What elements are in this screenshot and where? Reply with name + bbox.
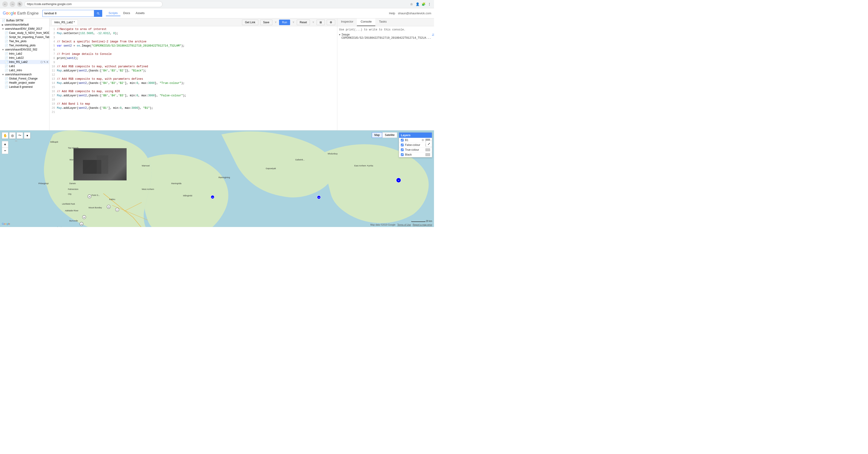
tab-scripts[interactable]: Scripts [106,10,121,16]
reload-button[interactable]: ↻ [17,1,23,7]
console-text: Image COPERNICUS/S2/20180422T012719_2018… [341,33,431,40]
menu-icon[interactable]: ⋮ [427,2,432,6]
layer-checkbox-b1[interactable] [401,139,404,142]
code-line-20: 20 Map.addLayer(sent2,{bands:['B1'], min… [50,106,337,110]
map-expand-button[interactable]: ⤢ [426,141,432,147]
svg-text:21: 21 [116,209,118,211]
save-button[interactable]: Save [260,20,272,25]
settings-button[interactable]: ⚙ [327,20,335,25]
layer-checkbox-false-colour[interactable] [401,144,404,146]
search-icon [96,12,100,15]
code-line-16: 16 // Add RGB composite to map, using NI… [50,89,337,93]
caret-icon: ▼ [2,48,4,51]
tree-item-lab1-intro[interactable]: 📄 Lab1_intro [0,68,49,73]
map-attribution: Map data ©2019 Google Terms of Use Repor… [370,224,432,226]
browser-chrome: ← → ↻ ☆ 👤 🧩 ⋮ [0,0,434,8]
layer-checkbox-true-colour[interactable] [401,148,404,151]
tree-item-lab1[interactable]: 📄 Lab1 [0,64,49,68]
reset-button[interactable]: Reset [297,20,310,25]
code-line-11: 11 Map.addLayer(sent2,{bands:['B4','B3',… [50,69,337,73]
file-icon: 📄 [5,44,8,47]
svg-text:24: 24 [318,197,320,199]
tree-folder-env202[interactable]: ▼ users/shaun/ENV202_502 [0,48,49,52]
file-icon: 📄 [5,56,8,59]
code-line-12: 12 [50,73,337,77]
tab-console[interactable]: Console [357,19,375,26]
svg-text:East Arnhem ✕yrrka: East Arnhem ✕yrrka [354,165,373,167]
code-area[interactable]: 1 //Navigate to area of interest 2 Map.s… [50,26,337,130]
grid-button[interactable]: ⊞ [317,20,325,25]
attribution-text: Map data ©2019 Google [370,224,395,226]
get-link-button[interactable]: Get Link [242,20,258,25]
tab-tasks[interactable]: Tasks [375,19,390,26]
report-map-error-link[interactable]: Report a map error [413,224,432,226]
tree-item-fusion[interactable]: 📄 Script_for_importing_Fusion_Tables [0,35,49,39]
tab-assets[interactable]: Assets [133,10,147,16]
pan-tool-button[interactable]: ✋ [2,132,8,139]
left-panel: 📄 Buffalo SRTM ▶ users/shaun/default ▼ u… [0,19,50,130]
tree-item-tiwi-monitoring[interactable]: 📄 Tiwi_monitoring_plots [0,43,49,48]
nav-tabs: Scripts Docs Assets [106,10,147,16]
topbar: Google Earth Engine Scripts Docs Assets … [0,8,434,19]
gear-icon[interactable]: ⚙ [422,139,424,142]
svg-text:City: City [68,193,72,195]
point-tool-button[interactable]: ◎ [9,132,16,139]
back-button[interactable]: ← [2,1,8,7]
svg-text:Mount Bundey: Mount Bundey [89,206,102,209]
code-line-7: 7 // Print image details to Console [50,52,337,56]
editor-tab[interactable]: Intro_RS_Lab2 * [51,20,78,25]
tree-item-tiwi-fire[interactable]: 📄 Tiwi_fire_plots [0,39,49,43]
tree-folder-emm2017[interactable]: ▼ users/shaun/ENV_EMM_2017 [0,27,49,31]
tree-item-global-forest[interactable]: 📄 Global_Forest_Change [0,77,49,81]
code-line-1: 1 //Navigate to area of interest [50,27,337,31]
search-button[interactable] [94,10,102,17]
tab-docs[interactable]: Docs [120,10,133,16]
extensions-icon[interactable]: 🧩 [421,2,426,6]
tree-item-intrors-lab2[interactable]: 📄 Intro_RS_Lab2 ⬡ ✎ ✕ [0,60,49,64]
bookmark-icon[interactable]: ☆ [409,2,414,6]
code-line-18: 18 [50,98,337,102]
zoom-out-button[interactable]: − [2,147,8,154]
file-icon: 📄 [5,64,8,68]
run-button[interactable]: Run [279,20,290,25]
tree-item-health-project[interactable]: 📄 Health_project_water [0,81,49,85]
console-json-badge[interactable]: JSON [432,33,434,36]
tree-item-landsat8[interactable]: 📄 Landsat 8 greenest [0,85,49,89]
svg-text:Daly River: Daly River [55,227,64,227]
console-area: Use print(...) to write to this console.… [337,26,434,130]
tree-folder-research[interactable]: ▼ users/shaun/research [0,73,49,77]
file-icon: 📄 [5,85,8,88]
caret-icon: ▶ [339,33,341,36]
tree-item-introlab22[interactable]: 📄 Intro_Lab22 [0,56,49,60]
polygon-tool-button[interactable]: ▾ [24,132,30,139]
search-input[interactable] [42,10,94,17]
tree-folder-default[interactable]: ▶ users/shaun/default [0,23,49,27]
map-container[interactable]: Tiwi Islands Wurrumiyanga Darwin Palmers… [0,131,434,227]
tab-inspector[interactable]: Inspector [337,19,357,26]
layer-checkbox-black[interactable] [401,153,404,156]
console-item-0[interactable]: ▶ Image COPERNICUS/S2/20180422T012719_20… [339,33,432,40]
tree-item-casestudy[interactable]: 📄 Case_study_5_NDVI_from_MODIS [0,31,49,35]
code-line-10: 10 // Add RGB composite to map, without … [50,64,337,69]
layer-name-true-colour: True-colour [405,148,424,151]
file-icon: 📄 [2,19,5,22]
tree-item-introlab2[interactable]: 📄 Intro_Lab2 [0,52,49,56]
line-tool-button[interactable]: 〜 [17,132,23,139]
help-label[interactable]: Help [389,11,395,15]
tree-item-buffalo[interactable]: 📄 Buffalo SRTM [0,19,49,23]
layer-name-black: Black [405,153,424,156]
forward-button[interactable]: → [10,1,15,7]
file-icon: 📄 [5,35,8,39]
url-bar[interactable] [24,1,162,7]
file-icon: 📄 [5,31,8,34]
svg-text:Warnuwi: Warnuwi [142,165,150,167]
map-scale: 20 km [411,220,432,222]
code-line-9: 9 [50,60,337,64]
map-type-map-button[interactable]: Map [372,132,382,138]
terms-of-use-link[interactable]: Terms of Use [397,224,411,226]
account-icon[interactable]: 👤 [415,2,420,6]
logo-text: Google Earth Engine [3,11,39,16]
map-type-satellite-button[interactable]: Satellite [382,132,397,138]
map-tool-row: ✋ ◎ 〜 ▾ [2,132,30,139]
zoom-in-button[interactable]: + [2,141,8,147]
